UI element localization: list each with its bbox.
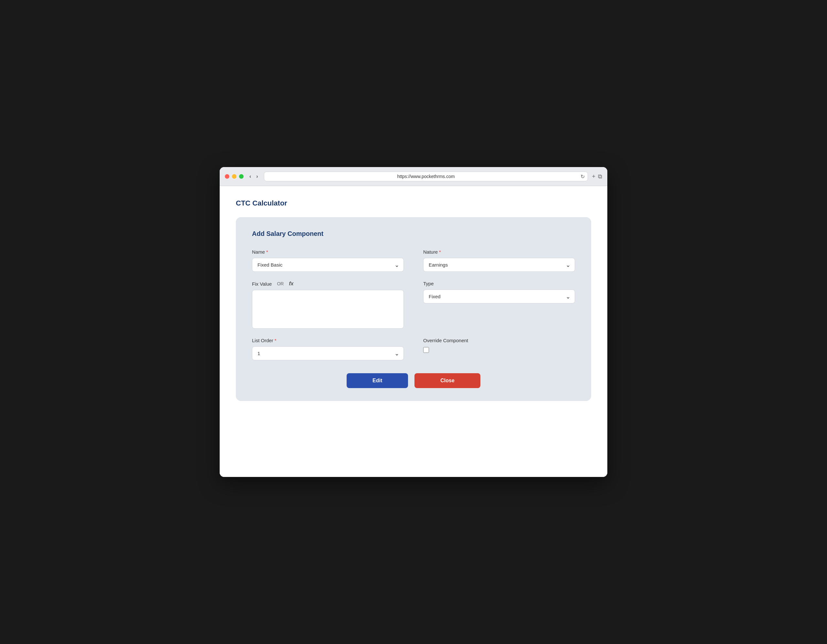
type-select-wrapper: Fixed ⌄ [423, 289, 575, 303]
row-fix-type: Fix Value OR fx Type Fixed ⌄ [252, 281, 575, 328]
override-label: Override Component [423, 338, 575, 343]
form-sections: Name * Fixed Basic ⌄ Nature [252, 249, 575, 360]
browser-content: CTC Calculator Add Salary Component Name… [220, 186, 607, 477]
nature-required-star: * [439, 249, 441, 255]
copy-icon[interactable]: ⧉ [598, 173, 602, 180]
nav-buttons: ‹ › [247, 172, 260, 181]
list-order-select[interactable]: 1 [252, 346, 404, 360]
nature-select[interactable]: Earnings [423, 258, 575, 272]
fix-value-input[interactable] [252, 290, 404, 328]
browser-window: ‹ › https://www.pockethrms.com ↻ + ⧉ CTC… [220, 167, 607, 477]
fix-value-section: Fix Value OR fx [252, 281, 404, 328]
traffic-light-green[interactable] [239, 174, 243, 179]
override-checkbox[interactable] [423, 347, 429, 353]
back-button[interactable]: ‹ [247, 172, 253, 181]
card-title: Add Salary Component [252, 230, 575, 238]
or-text: OR [277, 281, 284, 286]
nature-select-wrapper: Earnings ⌄ [423, 258, 575, 272]
list-order-group: List Order * 1 ⌄ [252, 338, 404, 360]
type-section: Type Fixed ⌄ [423, 281, 575, 303]
browser-chrome: ‹ › https://www.pockethrms.com ↻ + ⧉ [220, 167, 607, 186]
address-bar[interactable]: https://www.pockethrms.com [264, 172, 588, 181]
row-name-nature: Name * Fixed Basic ⌄ Nature [252, 249, 575, 272]
address-bar-wrapper: https://www.pockethrms.com ↻ [264, 172, 588, 181]
new-tab-icon[interactable]: + [592, 173, 595, 180]
traffic-lights [225, 174, 243, 179]
edit-button[interactable]: Edit [346, 373, 408, 388]
name-select[interactable]: Fixed Basic [252, 258, 404, 272]
nature-group: Nature * Earnings ⌄ [423, 249, 575, 272]
override-section: Override Component [423, 338, 575, 353]
type-label: Type [423, 281, 575, 286]
form-card: Add Salary Component Name * Fixed Basic [236, 217, 591, 401]
name-select-wrapper: Fixed Basic ⌄ [252, 258, 404, 272]
name-required-star: * [266, 249, 268, 255]
list-order-select-wrapper: 1 ⌄ [252, 346, 404, 360]
fix-value-header: Fix Value OR fx [252, 281, 404, 287]
name-label: Name * [252, 249, 404, 255]
fx-button[interactable]: fx [289, 281, 293, 287]
close-button[interactable]: Close [415, 373, 481, 388]
fix-value-label: Fix Value [252, 281, 272, 287]
row-listorder-override: List Order * 1 ⌄ Override Component [252, 338, 575, 360]
list-order-label: List Order * [252, 338, 404, 343]
refresh-button[interactable]: ↻ [580, 174, 585, 180]
nature-label: Nature * [423, 249, 575, 255]
page-title: CTC Calculator [236, 199, 591, 208]
type-select[interactable]: Fixed [423, 289, 575, 303]
name-group: Name * Fixed Basic ⌄ [252, 249, 404, 272]
traffic-light-red[interactable] [225, 174, 229, 179]
traffic-light-yellow[interactable] [232, 174, 236, 179]
list-order-required-star: * [275, 338, 276, 343]
buttons-row: Edit Close [252, 373, 575, 388]
browser-actions: + ⧉ [592, 173, 602, 180]
forward-button[interactable]: › [254, 172, 260, 181]
